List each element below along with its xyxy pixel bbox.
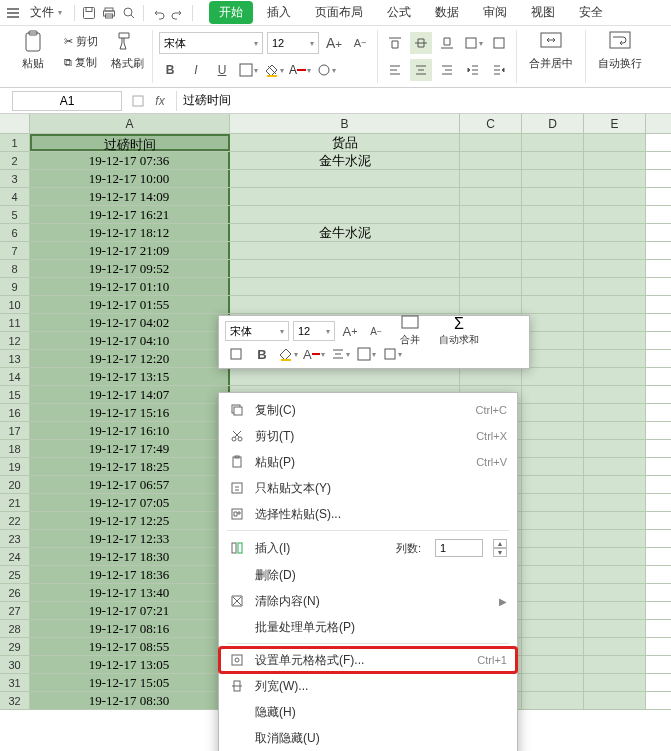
align-right-button[interactable] (436, 59, 458, 81)
menu-item[interactable]: 只粘贴文本(Y) (219, 475, 517, 501)
cell[interactable]: 19-12-17 14:09 (30, 188, 230, 205)
row-header[interactable]: 29 (0, 638, 30, 655)
indent-left-button[interactable] (462, 59, 484, 81)
cell[interactable] (522, 296, 584, 313)
mini-dec-font-icon[interactable]: A− (365, 321, 387, 341)
row-header[interactable]: 18 (0, 440, 30, 457)
row-header[interactable]: 2 (0, 152, 30, 169)
line-wrap-button[interactable] (488, 32, 510, 54)
cell[interactable]: 19-12-17 10:00 (30, 170, 230, 187)
select-all-corner[interactable] (0, 114, 30, 133)
cell[interactable] (584, 530, 646, 547)
cell[interactable] (584, 548, 646, 565)
menu-item[interactable]: 复制(C)Ctrl+C (219, 397, 517, 423)
row-header[interactable]: 20 (0, 476, 30, 493)
cell[interactable] (522, 404, 584, 421)
menu-item[interactable]: 隐藏(H) (219, 699, 517, 725)
cell[interactable]: 19-12-17 08:55 (30, 638, 230, 655)
cell[interactable]: 19-12-17 13:05 (30, 656, 230, 673)
cell[interactable]: 19-12-17 07:21 (30, 602, 230, 619)
cell[interactable] (460, 368, 522, 385)
cell[interactable] (460, 152, 522, 169)
cell[interactable] (584, 188, 646, 205)
menu-item[interactable]: 批量处理单元格(P) (219, 614, 517, 640)
row-header[interactable]: 7 (0, 242, 30, 259)
menu-item[interactable]: 清除内容(N)▶ (219, 588, 517, 614)
cell[interactable] (460, 296, 522, 313)
row-header[interactable]: 12 (0, 332, 30, 349)
cell[interactable]: 19-12-17 12:20 (30, 350, 230, 367)
align-bottom-button[interactable] (436, 32, 458, 54)
cell[interactable] (584, 512, 646, 529)
menu-item[interactable]: 选择性粘贴(S)... (219, 501, 517, 527)
align-left-button[interactable] (384, 59, 406, 81)
cell[interactable]: 19-12-17 16:10 (30, 422, 230, 439)
cell[interactable] (584, 404, 646, 421)
cut-button[interactable]: ✂ 剪切 (60, 32, 102, 51)
cell[interactable] (584, 224, 646, 241)
cell[interactable] (522, 386, 584, 403)
orientation-button[interactable]: ▾ (462, 32, 484, 54)
cell[interactable] (230, 296, 460, 313)
cell[interactable] (460, 134, 522, 151)
wrap-text-button[interactable]: 自动换行 (592, 30, 648, 71)
cell[interactable]: 过磅时间 (30, 134, 230, 151)
italic-button[interactable]: I (185, 59, 207, 81)
cell[interactable] (522, 206, 584, 223)
cell[interactable] (584, 152, 646, 169)
cell[interactable] (584, 692, 646, 709)
insert-count-input[interactable] (435, 539, 483, 557)
row-header[interactable]: 28 (0, 620, 30, 637)
row-header[interactable]: 4 (0, 188, 30, 205)
fill-color-button[interactable]: ▾ (263, 59, 285, 81)
border-button[interactable]: ▾ (237, 59, 259, 81)
row-header[interactable]: 32 (0, 692, 30, 709)
cell[interactable] (230, 368, 460, 385)
row-header[interactable]: 15 (0, 386, 30, 403)
file-menu[interactable]: 文件 ▾ (24, 2, 68, 23)
cell-link-icon[interactable] (130, 93, 146, 109)
cell[interactable]: 19-12-17 13:15 (30, 368, 230, 385)
cell[interactable] (584, 260, 646, 277)
cell[interactable] (522, 458, 584, 475)
mini-font-select[interactable]: 宋体▾ (225, 321, 289, 341)
cell[interactable] (522, 548, 584, 565)
cell[interactable] (584, 656, 646, 673)
mini-font-color-button[interactable]: A▾ (303, 344, 325, 364)
cell[interactable] (522, 152, 584, 169)
cell[interactable] (584, 314, 646, 331)
cell[interactable]: 19-12-17 12:33 (30, 530, 230, 547)
row-header[interactable]: 24 (0, 548, 30, 565)
cell[interactable] (230, 242, 460, 259)
row-header[interactable]: 11 (0, 314, 30, 331)
cell[interactable] (584, 458, 646, 475)
menu-item[interactable]: 粘贴(P)Ctrl+V (219, 449, 517, 475)
cell[interactable] (522, 134, 584, 151)
cell[interactable] (460, 206, 522, 223)
mini-size-select[interactable]: 12▾ (293, 321, 335, 341)
cell[interactable]: 货品 (230, 134, 460, 151)
cell[interactable] (522, 422, 584, 439)
mini-align-button[interactable]: ▾ (329, 344, 351, 364)
cell[interactable]: 19-12-17 09:52 (30, 260, 230, 277)
cell[interactable] (522, 494, 584, 511)
cell[interactable] (230, 170, 460, 187)
cell[interactable] (522, 530, 584, 547)
tab-插入[interactable]: 插入 (257, 1, 301, 24)
cell[interactable]: 19-12-17 04:02 (30, 314, 230, 331)
cell[interactable]: 19-12-17 15:05 (30, 674, 230, 691)
cell[interactable] (460, 278, 522, 295)
cell[interactable] (522, 368, 584, 385)
cell[interactable]: 19-12-17 14:07 (30, 386, 230, 403)
cell[interactable] (584, 278, 646, 295)
cell[interactable]: 19-12-17 18:12 (30, 224, 230, 241)
cell[interactable]: 19-12-17 18:36 (30, 566, 230, 583)
menu-item[interactable]: 剪切(T)Ctrl+X (219, 423, 517, 449)
mini-bold-button[interactable]: B (251, 344, 273, 364)
menu-item[interactable]: 取消隐藏(U) (219, 725, 517, 751)
cell[interactable] (522, 170, 584, 187)
cell[interactable] (522, 224, 584, 241)
cell[interactable] (584, 440, 646, 457)
cell[interactable] (584, 674, 646, 691)
cell[interactable]: 19-12-17 08:16 (30, 620, 230, 637)
